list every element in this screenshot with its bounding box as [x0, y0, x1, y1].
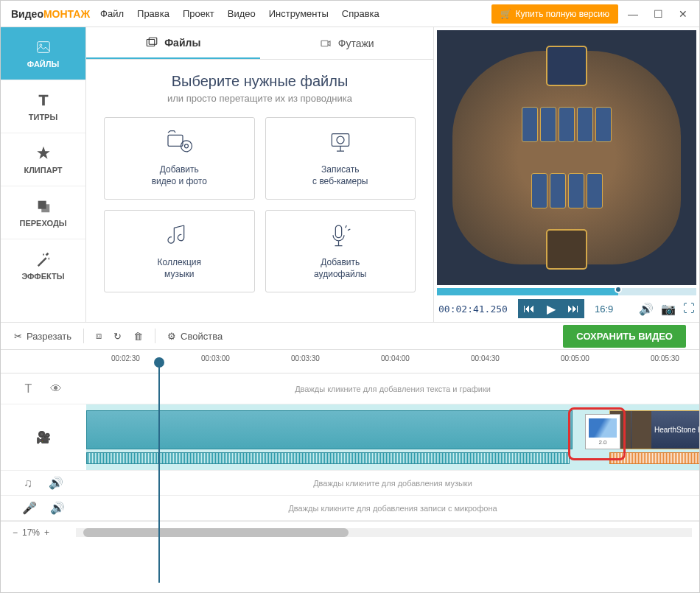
crop-icon: ⧈	[96, 330, 102, 342]
svg-rect-4	[147, 39, 155, 46]
play-button[interactable]: ▶	[540, 299, 562, 318]
webcam-icon	[326, 129, 355, 158]
cut-button[interactable]: ✂ Разрезать	[14, 331, 71, 342]
menu-file[interactable]: Файл	[100, 8, 124, 19]
video-track[interactable]: 🎥 HearthStone Hero 2.0	[1, 404, 699, 471]
buy-full-version-button[interactable]: 🛒 Купить полную версию	[491, 4, 618, 24]
svg-rect-12	[335, 225, 341, 238]
text-track[interactable]: T 👁 Дважды кликните для добавления текст…	[1, 373, 699, 404]
svg-rect-0	[37, 41, 49, 52]
playhead[interactable]	[158, 362, 160, 583]
svg-point-1	[39, 43, 41, 46]
svg-point-9	[185, 144, 189, 148]
time-ruler[interactable]: 00:02:30 00:03:00 00:03:30 00:04:00 00:0…	[1, 350, 699, 373]
microphone-icon	[326, 222, 355, 251]
file-picker-panel: Файлы Футажи Выберите нужные файлы или п…	[86, 27, 434, 322]
titlebar: ВидеоМОНТАЖ Файл Правка Проект Видео Инс…	[1, 1, 699, 27]
video-track-icon: 🎥	[36, 430, 51, 444]
visibility-icon[interactable]: 👁	[50, 382, 62, 396]
mic-track[interactable]: 🎤 🔊 Дважды кликните для добавления запис…	[1, 496, 699, 521]
music-track[interactable]: ♫ 🔊 Дважды кликните для добавления музык…	[1, 471, 699, 496]
snapshot-icon[interactable]: 📷	[661, 302, 676, 316]
star-icon	[35, 145, 52, 161]
save-video-button[interactable]: СОХРАНИТЬ ВИДЕО	[563, 325, 686, 348]
aspect-ratio[interactable]: 16:9	[595, 303, 613, 315]
main-menu: Файл Правка Проект Видео Инструменты Спр…	[100, 8, 379, 19]
svg-point-11	[337, 136, 344, 144]
sidebar-item-files[interactable]: ФАЙЛЫ	[1, 27, 85, 80]
add-audio-tile[interactable]: Добавить аудиофайлы	[265, 210, 416, 292]
transition-highlight: 2.0	[568, 407, 626, 460]
zoom-out-button[interactable]: −	[8, 527, 22, 538]
image-icon	[35, 39, 52, 55]
preview-panel: 00:02:41.250 ⏮ ▶ ⏭ 16:9 🔊 📷 ⛶	[434, 27, 699, 322]
wand-icon	[35, 251, 52, 267]
prev-frame-button[interactable]: ⏮	[518, 299, 540, 318]
fullscreen-icon[interactable]: ⛶	[683, 302, 695, 316]
sidebar-item-clipart[interactable]: КЛИПАРТ	[1, 133, 85, 186]
track-volume-icon[interactable]: 🔊	[49, 476, 63, 490]
minimize-button[interactable]: —	[623, 4, 643, 24]
cart-icon: 🛒	[500, 9, 511, 19]
sidebar: ФАЙЛЫ ТИТРЫ КЛИПАРТ ПЕРЕХОДЫ ЭФФЕКТЫ	[1, 27, 86, 322]
zoom-in-button[interactable]: +	[40, 527, 54, 538]
menu-project[interactable]: Проект	[183, 8, 214, 19]
picker-title: Выберите нужные файлы	[104, 73, 416, 90]
svg-rect-7	[168, 136, 183, 147]
scissors-icon: ✂	[14, 331, 22, 342]
zoom-bar: − 17% +	[1, 521, 699, 543]
crop-button[interactable]: ⧈	[96, 330, 102, 342]
film-reel-icon	[164, 129, 194, 158]
timeline-scrollbar[interactable]	[76, 528, 692, 537]
svg-rect-6	[321, 41, 328, 46]
menu-help[interactable]: Справка	[342, 8, 379, 19]
zoom-value: 17%	[22, 527, 40, 538]
mic-track-icon: 🎤	[22, 501, 37, 515]
timeline: 00:02:30 00:03:00 00:03:30 00:04:00 00:0…	[1, 350, 699, 521]
track-volume-icon[interactable]: 🔊	[50, 501, 65, 515]
music-track-icon: ♫	[24, 477, 32, 490]
close-button[interactable]: ✕	[673, 4, 693, 24]
rotate-icon: ↻	[113, 331, 122, 342]
svg-rect-5	[149, 38, 157, 44]
app-logo: ВидеоМОНТАЖ	[1, 8, 100, 20]
tab-footage[interactable]: Футажи	[260, 27, 434, 59]
volume-icon[interactable]: 🔊	[639, 302, 654, 316]
delete-button[interactable]: 🗑	[133, 331, 143, 342]
menu-video[interactable]: Видео	[228, 8, 256, 19]
music-collection-tile[interactable]: Коллекция музыки	[104, 210, 255, 292]
video-preview[interactable]	[437, 30, 696, 285]
sidebar-item-effects[interactable]: ЭФФЕКТЫ	[1, 239, 85, 292]
tab-files[interactable]: Файлы	[86, 27, 260, 59]
next-frame-button[interactable]: ⏭	[562, 299, 584, 318]
rotate-button[interactable]: ↻	[113, 331, 122, 342]
gear-icon: ⚙	[167, 331, 176, 342]
layers-icon	[35, 198, 52, 214]
timecode: 00:02:41.250	[438, 303, 508, 315]
record-webcam-tile[interactable]: Записать с веб-камеры	[265, 117, 416, 200]
scrub-bar[interactable]	[437, 288, 696, 295]
camera-roll-icon	[319, 37, 332, 50]
transition-marker[interactable]: 2.0	[585, 414, 620, 449]
svg-rect-3	[41, 204, 49, 212]
menu-edit[interactable]: Правка	[137, 8, 169, 19]
sidebar-item-titles[interactable]: ТИТРЫ	[1, 80, 85, 133]
maximize-button[interactable]: ☐	[648, 4, 668, 24]
menu-tools[interactable]: Инструменты	[269, 8, 329, 19]
trash-icon: 🗑	[133, 331, 143, 342]
svg-rect-10	[332, 134, 349, 147]
picker-subtitle: или просто перетащите их из проводника	[104, 93, 416, 104]
properties-button[interactable]: ⚙ Свойства	[167, 331, 223, 342]
text-track-icon: T	[25, 382, 32, 396]
text-icon	[35, 92, 52, 108]
sidebar-item-transitions[interactable]: ПЕРЕХОДЫ	[1, 186, 85, 239]
images-icon	[145, 36, 158, 49]
timeline-toolbar: ✂ Разрезать ⧈ ↻ 🗑 ⚙ Свойства СОХРАНИТЬ В…	[1, 322, 699, 350]
music-notes-icon	[164, 222, 194, 251]
add-video-photo-tile[interactable]: Добавить видео и фото	[104, 117, 255, 200]
